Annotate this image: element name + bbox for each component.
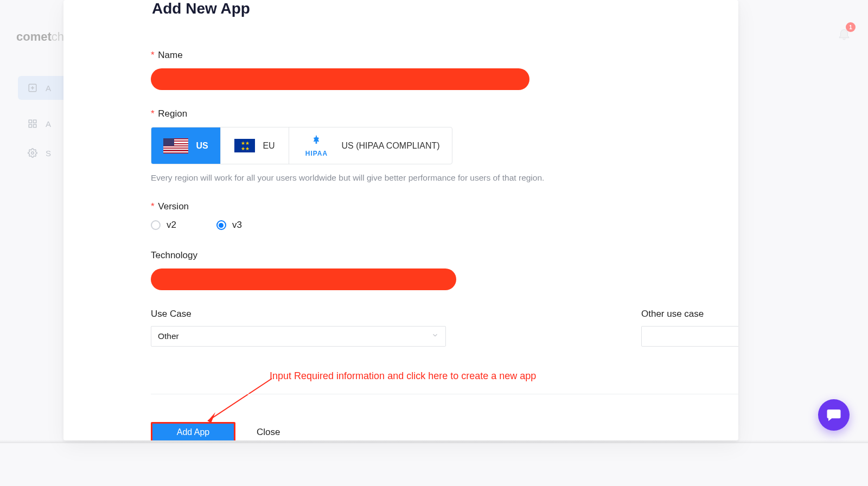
region-option-eu[interactable]: ★ ★★ ★ EU (221, 127, 289, 164)
other-usecase-input[interactable] (641, 326, 738, 347)
region-option-label: EU (263, 141, 275, 151)
version-option-v3[interactable]: v3 (216, 220, 242, 231)
hipaa-icon: HIPAA (301, 135, 331, 157)
region-group: US ★ ★★ ★ EU HIPAA US (HIPAA COMPLIANT) (151, 127, 452, 164)
svg-rect-8 (316, 138, 317, 143)
svg-marker-10 (208, 412, 215, 423)
close-button[interactable]: Close (254, 424, 282, 440)
add-app-button[interactable]: Add App (151, 422, 235, 440)
chevron-down-icon (431, 331, 439, 341)
radio-icon (216, 220, 226, 230)
region-help-text: Every region will work for all your user… (151, 173, 738, 183)
version-option-v2[interactable]: v2 (151, 220, 176, 231)
region-option-us[interactable]: US (151, 127, 221, 164)
radio-icon (151, 220, 161, 230)
name-label: Name (151, 50, 738, 61)
name-input[interactable] (151, 68, 529, 90)
annotation-text: Input Required information and click her… (270, 370, 536, 382)
version-group: v2 v3 (151, 220, 738, 231)
region-option-label: US (HIPAA COMPLIANT) (341, 141, 439, 151)
divider (151, 394, 738, 394)
region-option-label: US (196, 141, 208, 151)
add-app-modal: Add New App Name Region US ★ ★★ ★ EU HIP… (63, 0, 738, 440)
annotation-arrow-icon (200, 376, 276, 427)
flag-us-icon (163, 138, 188, 154)
technology-input[interactable] (151, 268, 456, 290)
modal-title: Add New App (152, 0, 250, 17)
other-usecase-label: Other use case (641, 309, 738, 319)
version-option-label: v3 (232, 220, 242, 231)
chat-icon (826, 407, 842, 423)
usecase-label: Use Case (151, 309, 446, 319)
usecase-select[interactable]: Other (151, 326, 446, 347)
technology-label: Technology (151, 250, 738, 261)
region-label: Region (151, 108, 738, 119)
region-option-us-hipaa[interactable]: HIPAA US (HIPAA COMPLIANT) (289, 127, 452, 164)
chat-fab[interactable] (818, 399, 850, 431)
modal-footer: Add App Close (151, 422, 282, 440)
usecase-value: Other (158, 331, 179, 341)
version-option-label: v2 (167, 220, 176, 231)
svg-line-9 (208, 379, 272, 421)
flag-eu-icon: ★ ★★ ★ (234, 139, 255, 152)
version-label: Version (151, 201, 738, 212)
shadow-decor (0, 440, 868, 443)
